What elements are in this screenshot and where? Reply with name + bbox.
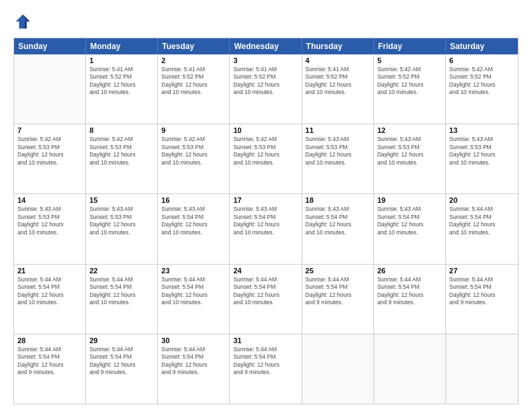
day-number: 4 [306,56,370,64]
day-info: Sunrise: 5:44 AM Sunset: 5:54 PM Dayligh… [449,276,515,307]
day-info: Sunrise: 5:43 AM Sunset: 5:54 PM Dayligh… [233,205,298,236]
day-number: 7 [17,126,82,134]
calendar-day-empty [446,334,518,404]
calendar-day-30: 30Sunrise: 5:44 AM Sunset: 5:54 PM Dayli… [158,334,230,404]
day-info: Sunrise: 5:44 AM Sunset: 5:54 PM Dayligh… [17,276,82,307]
day-info: Sunrise: 5:44 AM Sunset: 5:54 PM Dayligh… [306,276,370,307]
calendar-week-4: 21Sunrise: 5:44 AM Sunset: 5:54 PM Dayli… [14,265,518,334]
calendar-body: 1Sunrise: 5:41 AM Sunset: 5:52 PM Daylig… [14,54,518,404]
calendar-day-21: 21Sunrise: 5:44 AM Sunset: 5:54 PM Dayli… [14,265,86,334]
calendar-day-11: 11Sunrise: 5:43 AM Sunset: 5:53 PM Dayli… [302,124,374,193]
logo [13,12,35,31]
calendar-day-8: 8Sunrise: 5:42 AM Sunset: 5:53 PM Daylig… [86,124,158,193]
calendar-header: SundayMondayTuesdayWednesdayThursdayFrid… [14,38,518,54]
day-number: 27 [449,267,515,275]
day-info: Sunrise: 5:41 AM Sunset: 5:52 PM Dayligh… [161,66,226,97]
day-number: 25 [306,267,370,275]
calendar-day-31: 31Sunrise: 5:44 AM Sunset: 5:54 PM Dayli… [230,334,302,404]
calendar-day-28: 28Sunrise: 5:44 AM Sunset: 5:54 PM Dayli… [14,334,86,404]
day-number: 10 [233,126,298,134]
calendar-week-3: 14Sunrise: 5:43 AM Sunset: 5:53 PM Dayli… [14,194,518,264]
day-number: 2 [161,56,226,64]
calendar-day-14: 14Sunrise: 5:43 AM Sunset: 5:53 PM Dayli… [14,194,86,263]
day-info: Sunrise: 5:41 AM Sunset: 5:52 PM Dayligh… [306,66,370,97]
day-info: Sunrise: 5:44 AM Sunset: 5:54 PM Dayligh… [233,276,298,307]
header [13,12,519,31]
calendar-day-19: 19Sunrise: 5:43 AM Sunset: 5:54 PM Dayli… [374,194,446,263]
weekday-header-wednesday: Wednesday [230,38,302,54]
day-number: 6 [449,56,515,64]
calendar-day-27: 27Sunrise: 5:44 AM Sunset: 5:54 PM Dayli… [446,265,518,334]
calendar-day-3: 3Sunrise: 5:41 AM Sunset: 5:52 PM Daylig… [230,54,302,124]
calendar-day-6: 6Sunrise: 5:42 AM Sunset: 5:52 PM Daylig… [446,54,518,124]
day-number: 14 [17,196,82,204]
day-number: 29 [89,336,154,345]
day-number: 18 [306,196,370,204]
page: SundayMondayTuesdayWednesdayThursdayFrid… [0,0,532,411]
day-info: Sunrise: 5:41 AM Sunset: 5:52 PM Dayligh… [233,66,298,97]
day-info: Sunrise: 5:42 AM Sunset: 5:53 PM Dayligh… [233,136,298,167]
day-number: 17 [233,196,298,204]
day-info: Sunrise: 5:42 AM Sunset: 5:53 PM Dayligh… [89,136,154,167]
day-info: Sunrise: 5:44 AM Sunset: 5:54 PM Dayligh… [161,346,226,377]
day-info: Sunrise: 5:42 AM Sunset: 5:53 PM Dayligh… [161,136,226,167]
calendar-day-1: 1Sunrise: 5:41 AM Sunset: 5:52 PM Daylig… [86,54,158,124]
day-number: 15 [89,196,154,204]
day-info: Sunrise: 5:42 AM Sunset: 5:53 PM Dayligh… [17,136,82,167]
calendar-day-18: 18Sunrise: 5:43 AM Sunset: 5:54 PM Dayli… [302,194,374,263]
weekday-header-tuesday: Tuesday [158,38,230,54]
calendar-day-15: 15Sunrise: 5:43 AM Sunset: 5:53 PM Dayli… [86,194,158,263]
day-number: 20 [449,196,515,204]
day-number: 23 [161,267,226,275]
day-number: 11 [306,126,370,134]
calendar-week-1: 1Sunrise: 5:41 AM Sunset: 5:52 PM Daylig… [14,54,518,124]
day-info: Sunrise: 5:42 AM Sunset: 5:52 PM Dayligh… [378,66,442,97]
day-info: Sunrise: 5:43 AM Sunset: 5:53 PM Dayligh… [378,136,442,167]
weekday-header-sunday: Sunday [14,38,86,54]
calendar-day-25: 25Sunrise: 5:44 AM Sunset: 5:54 PM Dayli… [302,265,374,334]
calendar-day-7: 7Sunrise: 5:42 AM Sunset: 5:53 PM Daylig… [14,124,86,193]
logo-icon [13,12,32,31]
day-number: 8 [89,126,154,134]
calendar-day-23: 23Sunrise: 5:44 AM Sunset: 5:54 PM Dayli… [158,265,230,334]
calendar-day-4: 4Sunrise: 5:41 AM Sunset: 5:52 PM Daylig… [302,54,374,124]
day-info: Sunrise: 5:43 AM Sunset: 5:54 PM Dayligh… [161,205,226,236]
weekday-header-friday: Friday [374,38,446,54]
day-info: Sunrise: 5:42 AM Sunset: 5:52 PM Dayligh… [449,66,515,97]
weekday-header-thursday: Thursday [302,38,374,54]
day-info: Sunrise: 5:44 AM Sunset: 5:54 PM Dayligh… [89,346,154,377]
day-number: 16 [161,196,226,204]
calendar-week-2: 7Sunrise: 5:42 AM Sunset: 5:53 PM Daylig… [14,124,518,194]
day-info: Sunrise: 5:43 AM Sunset: 5:53 PM Dayligh… [17,205,82,236]
day-info: Sunrise: 5:43 AM Sunset: 5:54 PM Dayligh… [378,205,442,236]
calendar-day-16: 16Sunrise: 5:43 AM Sunset: 5:54 PM Dayli… [158,194,230,263]
calendar-day-empty [302,334,374,404]
calendar-day-12: 12Sunrise: 5:43 AM Sunset: 5:53 PM Dayli… [374,124,446,193]
calendar-week-5: 28Sunrise: 5:44 AM Sunset: 5:54 PM Dayli… [14,334,518,404]
day-number: 1 [89,56,154,64]
day-info: Sunrise: 5:43 AM Sunset: 5:54 PM Dayligh… [306,205,370,236]
calendar-day-17: 17Sunrise: 5:43 AM Sunset: 5:54 PM Dayli… [230,194,302,263]
day-info: Sunrise: 5:44 AM Sunset: 5:54 PM Dayligh… [449,205,515,236]
day-info: Sunrise: 5:43 AM Sunset: 5:53 PM Dayligh… [449,136,515,167]
day-number: 28 [17,336,82,345]
day-number: 24 [233,267,298,275]
calendar-day-29: 29Sunrise: 5:44 AM Sunset: 5:54 PM Dayli… [86,334,158,404]
day-info: Sunrise: 5:44 AM Sunset: 5:54 PM Dayligh… [89,276,154,307]
calendar-day-2: 2Sunrise: 5:41 AM Sunset: 5:52 PM Daylig… [158,54,230,124]
day-number: 31 [233,336,298,345]
day-info: Sunrise: 5:44 AM Sunset: 5:54 PM Dayligh… [17,346,82,377]
calendar-day-9: 9Sunrise: 5:42 AM Sunset: 5:53 PM Daylig… [158,124,230,193]
calendar-day-24: 24Sunrise: 5:44 AM Sunset: 5:54 PM Dayli… [230,265,302,334]
calendar-day-22: 22Sunrise: 5:44 AM Sunset: 5:54 PM Dayli… [86,265,158,334]
calendar-day-20: 20Sunrise: 5:44 AM Sunset: 5:54 PM Dayli… [446,194,518,263]
calendar-day-13: 13Sunrise: 5:43 AM Sunset: 5:53 PM Dayli… [446,124,518,193]
calendar-day-26: 26Sunrise: 5:44 AM Sunset: 5:54 PM Dayli… [374,265,446,334]
day-number: 26 [378,267,442,275]
day-info: Sunrise: 5:41 AM Sunset: 5:52 PM Dayligh… [89,66,154,97]
day-number: 22 [89,267,154,275]
day-number: 19 [378,196,442,204]
day-number: 13 [449,126,515,134]
calendar-day-10: 10Sunrise: 5:42 AM Sunset: 5:53 PM Dayli… [230,124,302,193]
day-info: Sunrise: 5:44 AM Sunset: 5:54 PM Dayligh… [161,276,226,307]
